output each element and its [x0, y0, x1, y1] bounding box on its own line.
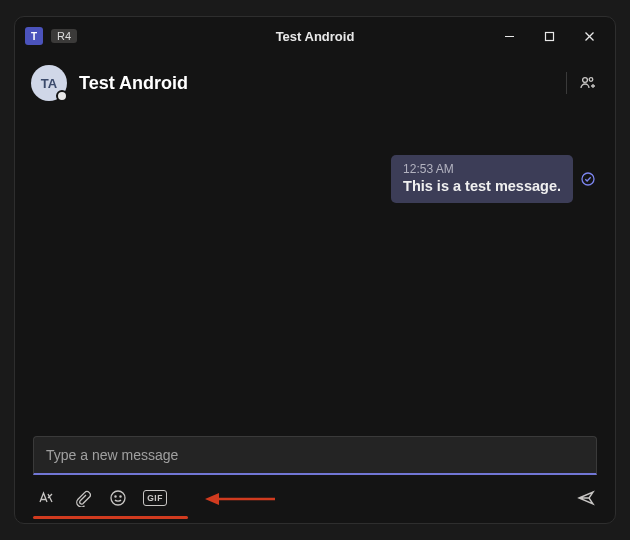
message-list: 12:53 AM This is a test message.: [15, 115, 615, 428]
presence-indicator-icon: [56, 90, 68, 102]
compose-area: [15, 428, 615, 479]
maximize-button[interactable]: [529, 20, 569, 52]
chat-header: TA Test Android: [15, 55, 615, 115]
svg-point-5: [589, 78, 593, 82]
svg-point-10: [115, 496, 116, 497]
avatar[interactable]: TA: [31, 65, 67, 101]
svg-marker-13: [205, 493, 219, 505]
message-bubble: 12:53 AM This is a test message.: [391, 155, 573, 203]
message-text: This is a test message.: [403, 178, 561, 194]
read-receipt-icon: [581, 172, 595, 186]
titlebar: T R4 Test Android: [15, 17, 615, 55]
svg-point-8: [582, 173, 594, 185]
badge: R4: [51, 29, 77, 43]
add-people-button[interactable]: [577, 72, 599, 94]
teams-logo-icon: T: [25, 27, 43, 45]
message-input[interactable]: [33, 436, 597, 475]
emoji-button[interactable]: [107, 487, 129, 509]
svg-point-9: [111, 491, 125, 505]
attach-button[interactable]: [71, 487, 93, 509]
avatar-initials: TA: [41, 76, 57, 91]
minimize-button[interactable]: [489, 20, 529, 52]
svg-point-11: [120, 496, 121, 497]
gif-button[interactable]: GIF: [143, 490, 167, 506]
format-button[interactable]: [35, 487, 57, 509]
chat-title: Test Android: [79, 73, 188, 94]
close-button[interactable]: [569, 20, 609, 52]
compose-toolbar: GIF: [15, 479, 615, 523]
chat-window: T R4 Test Android TA Test Android: [14, 16, 616, 524]
separator: [566, 72, 567, 94]
annotation-underline: [33, 516, 188, 519]
message-time: 12:53 AM: [403, 162, 561, 176]
svg-rect-1: [545, 32, 553, 40]
annotation-arrow-icon: [205, 489, 275, 509]
svg-point-4: [583, 78, 588, 83]
send-button[interactable]: [575, 487, 597, 509]
message-item[interactable]: 12:53 AM This is a test message.: [391, 155, 595, 203]
